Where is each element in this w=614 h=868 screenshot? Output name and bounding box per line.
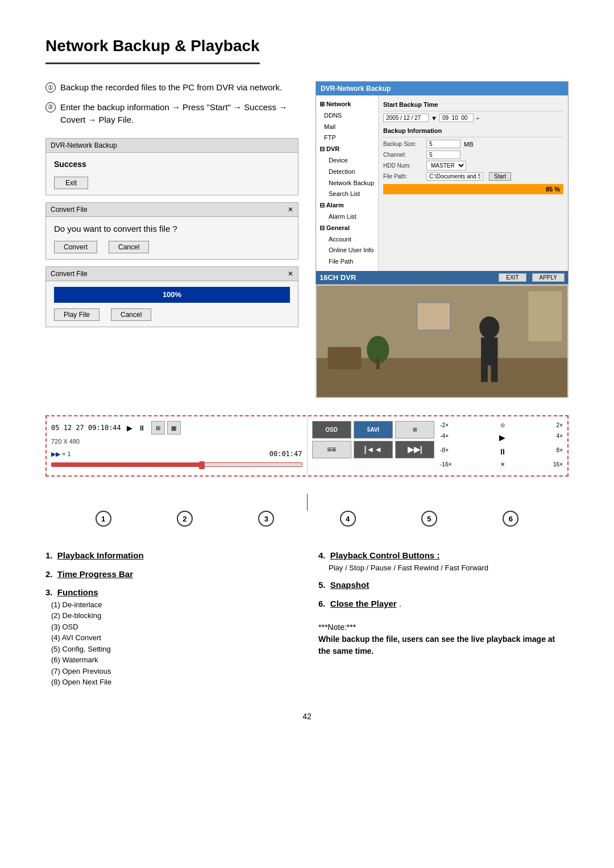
pause-icon[interactable]: ⏸ [138,423,146,434]
file-path-input[interactable] [426,172,483,181]
svg-rect-5 [376,358,380,370]
ctrl-btn-6[interactable]: ▶▶| [395,441,434,458]
ctrl-btn-3[interactable]: ≡ [395,421,434,439]
backup-size-input[interactable] [426,140,460,148]
icon-box-2[interactable]: ▦ [167,421,181,435]
speed-neg8x: -8× [440,446,449,458]
feature-1-title: Playback Information [57,550,144,560]
date-input[interactable] [383,114,429,122]
tree-network-backup[interactable]: Network Backup [320,178,375,189]
callout-3: 3 [258,511,274,527]
pause-bars[interactable]: ⏸ [499,446,507,458]
exit-button[interactable]: Exit [54,177,88,189]
playback-datetime: 05 12 27 09:10:44 [51,423,121,433]
svg-rect-11 [528,291,562,341]
dvr-panel: DVR-Network Backup ⊞ Network DDNS Mail F… [316,81,569,285]
circle-1: ① [45,82,56,93]
icon-area: ⊞ ▦ [151,421,181,435]
ctrl-grid: OSD 5AVI ≡ ≡≡ |◄◄ ▶▶| [312,421,435,458]
tree-network[interactable]: ⊞ Network [320,99,375,110]
tree-general[interactable]: ⊟ General [320,223,375,234]
ctrl-btn-avi[interactable]: 5AVI [354,421,393,439]
progress-bar[interactable] [51,462,302,467]
cancel-button-2[interactable]: Cancel [111,308,151,321]
success-dialog-title: DVR-Network Backup [46,139,298,153]
hdd-row: HDD Num: MASTER [383,161,563,170]
speed-area: -2× ⊙ 2× -4× ▶ 4× -8× ⏸ 8× -16× ✕ 16 [440,421,563,471]
convert-button[interactable]: Convert [54,241,97,253]
tree-detection[interactable]: Detection [320,166,375,178]
tree-alarm-list[interactable]: Alarm List [320,211,375,223]
playback-section: 05 12 27 09:10:44 ▶ ⏸ ⊞ ▦ 720 X 480 ▶▶ ×… [45,415,569,477]
intro-item-1: Backup the recorded files to the PC from… [60,81,282,94]
playback-info-row: 05 12 27 09:10:44 ▶ ⏸ ⊞ ▦ [51,421,302,435]
speed-neg4x: -4× [440,432,449,444]
convert-dialog-2: Convert File ✕ 100% Play File Cancel [45,266,298,327]
play-btn-center[interactable]: ▶ [499,432,505,444]
callout-row [45,494,569,511]
play-file-button[interactable]: Play File [54,308,99,321]
tree-file-path[interactable]: File Path [320,256,375,268]
convert-message: Do you want to convert this file ? [54,223,290,236]
callout-numbers: 1 2 3 4 5 6 [45,511,569,538]
tree-ftp[interactable]: FTP [320,132,375,144]
callout-5: 5 [421,511,437,527]
feature-5-title: Snapshot [330,580,369,590]
success-dialog-body: Success Exit [46,153,298,195]
speed-8x: 8× [557,446,563,458]
progress-thumb[interactable] [199,461,205,469]
channel-row: Channel: [383,151,563,159]
ctrl-btn-4[interactable]: ≡≡ [312,441,351,458]
close-btn-x[interactable]: ✕ [500,460,505,469]
control-area: OSD 5AVI ≡ ≡≡ |◄◄ ▶▶| -2× ⊙ 2× -4× ▶ [312,421,563,471]
sub-item-2: (2) De-blocking [51,610,296,621]
camera-svg [317,286,567,397]
convert-dialog-2-body: 100% Play File Cancel [46,281,298,327]
feature-2: 2. Time Progress Bar [45,568,296,581]
ctrl-btn-osd[interactable]: OSD [312,421,351,439]
tree-online-user[interactable]: Online User Info [320,245,375,256]
feature-6: 6. Close the Player . [318,598,569,611]
cancel-button-1[interactable]: Cancel [109,241,149,253]
start-button[interactable]: Start [489,172,511,181]
time-input[interactable] [439,114,474,122]
feature-2-title: Time Progress Bar [57,569,133,579]
circle-2: ② [45,102,56,112]
camera-view [316,285,569,398]
dvr-exit-button[interactable]: EXIT [499,273,526,282]
circle-speed[interactable]: ⊙ [500,421,505,429]
tree-alarm[interactable]: ⊟ Alarm [320,200,375,211]
hdd-select[interactable]: MASTER [426,161,466,170]
sub-item-8: (8) Open Next File [51,677,296,688]
playback-info-row-2: 720 X 480 [51,437,302,446]
hdd-label: HDD Num: [383,161,423,170]
tree-mail[interactable]: Mail [320,122,375,133]
tree-search-list[interactable]: Search List [320,189,375,200]
tree-dvr[interactable]: ⊟ DVR [320,144,375,155]
close-icon-2[interactable]: ✕ [288,269,293,279]
page-title: Network Backup & Playback [45,34,260,64]
close-icon[interactable]: ✕ [288,205,293,215]
tree-device[interactable]: Device [320,155,375,166]
feature-5: 5. Snapshot [318,579,569,592]
tree-account[interactable]: Account [320,234,375,245]
list-col-1: 1. Playback Information 2. Time Progress… [45,549,296,694]
play-cancel-row: Play File Cancel [54,308,290,321]
feature-6-period: . [399,599,401,608]
callout-2: 2 [177,511,193,527]
note-text: While backup the file, users can see the… [318,633,569,657]
svg-point-6 [479,316,499,339]
dvr-footer-btns: EXIT APPLY [499,273,565,282]
playback-info-row-3: ▶▶ × 1 00:01:47 [51,449,302,459]
callout-1: 1 [96,511,111,527]
icon-box-1[interactable]: ⊞ [151,421,165,435]
play-icon[interactable]: ▶ [127,423,132,434]
note-header: ***Note:*** [318,621,569,633]
dvr-apply-button[interactable]: APPLY [532,273,565,282]
intro-item-2: Enter the backup information → Press "St… [60,101,298,127]
ctrl-btn-5[interactable]: |◄◄ [354,441,393,458]
speed-text: ▶▶ × 1 [51,449,71,459]
channel-input[interactable] [426,151,460,159]
tree-ddns[interactable]: DDNS [320,110,375,122]
channel-label: Channel: [383,151,423,159]
